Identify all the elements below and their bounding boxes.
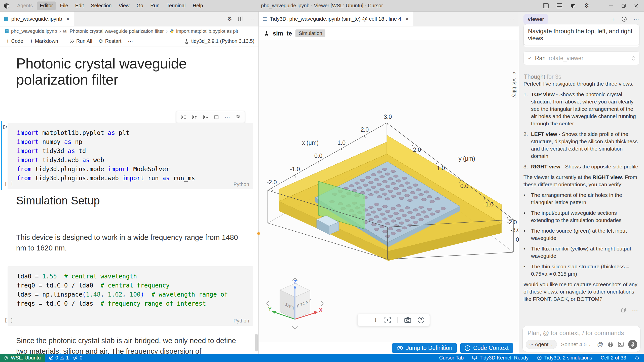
remote-indicator[interactable]: WSL: Ubuntu xyxy=(0,354,45,362)
scrollbar-thumb[interactable] xyxy=(255,334,258,351)
restore-icon[interactable] xyxy=(621,4,626,8)
toolbar-more-icon[interactable]: ⋯ xyxy=(126,38,135,44)
menu-help[interactable]: Help xyxy=(190,2,206,10)
voice-mic-button[interactable] xyxy=(628,340,637,349)
menu-terminal[interactable]: Terminal xyxy=(164,2,189,10)
fit-view-icon[interactable] xyxy=(384,317,391,323)
menu-run[interactable]: Run xyxy=(147,2,163,10)
toggle-sidebar-icon[interactable] xyxy=(543,3,549,8)
user-message-bubble[interactable]: Navigate through the top, left, and righ… xyxy=(523,24,639,45)
tab-phc-waveguide[interactable]: phc_waveguide.ipynb ✕ xyxy=(0,12,74,26)
breadcrumb-section[interactable]: Photonic crystal waveguide polarization … xyxy=(70,28,164,34)
zoom-in-icon[interactable]: + xyxy=(374,316,378,323)
cursor-tab-status[interactable]: Cursor Tab xyxy=(439,355,464,361)
notebook-settings-gear-icon[interactable]: ⚙ xyxy=(227,16,232,22)
minimize-icon[interactable] xyxy=(609,4,613,8)
tab-label: Tidy3D: phc_waveguide.ipynb (sim_te) @ c… xyxy=(270,16,401,22)
tidy3d-simulations-status[interactable]: Tidy3D: 2 simulations xyxy=(537,355,592,361)
add-code-button[interactable]: +Code xyxy=(4,38,25,44)
expand-icon[interactable] xyxy=(632,56,635,61)
problems-indicator[interactable]: 0 ⚠ 1 xyxy=(49,355,69,361)
kernel-status[interactable]: Tidy3D Kernel: Ready xyxy=(472,355,528,361)
svg-text:3.0: 3.0 xyxy=(384,114,392,120)
cell-code[interactable]: import matplotlib.pyplot as pltimport nu… xyxy=(17,128,195,183)
attach-image-icon[interactable] xyxy=(618,342,624,347)
history-clock-icon[interactable] xyxy=(621,16,627,22)
mention-icon[interactable]: @ xyxy=(597,341,603,348)
split-editor-icon[interactable] xyxy=(238,17,243,21)
notebook-content[interactable]: Photonic crystal waveguide polarization … xyxy=(0,47,258,354)
chat-bullet-item: •The flux monitor (yellow) at the right … xyxy=(523,245,640,260)
copy-icon[interactable] xyxy=(621,307,626,313)
cell-code[interactable]: lda0 = 1.55 # central wavelengthfreq0 = … xyxy=(17,272,228,308)
chat-input-box[interactable]: Plan, @ for context, / for commands ∞ Ag… xyxy=(522,326,640,352)
execute-cell-below-icon[interactable] xyxy=(203,115,208,120)
code-context-button[interactable]: i Code Context xyxy=(460,343,513,353)
menu-agents[interactable]: Agents xyxy=(14,2,36,10)
visibility-label: Visibility xyxy=(511,78,517,98)
jump-to-definition-button[interactable]: Jump to Definition xyxy=(392,343,457,353)
collapse-panel-icon[interactable]: « xyxy=(513,69,516,75)
cell-position-status[interactable]: Cell 2 of 33 xyxy=(601,355,626,361)
add-markdown-button[interactable]: +Markdown xyxy=(28,38,60,44)
simulation-name: sim_te xyxy=(273,30,292,37)
assistant-message: Perfect! I've navigated through the thre… xyxy=(523,80,640,306)
menu-file[interactable]: File xyxy=(57,2,71,10)
mode-selector[interactable]: ∞ Agent ⌄ xyxy=(526,340,557,349)
navigation-cube[interactable]: LEFT FRONT Z Y X xyxy=(266,276,324,334)
screenshot-camera-icon[interactable] xyxy=(404,317,411,323)
delete-cell-icon[interactable] xyxy=(236,115,240,120)
breadcrumb-cell[interactable]: import matplotlib.pyplot as plt xyxy=(176,28,238,34)
new-chat-icon[interactable]: + xyxy=(611,16,615,23)
restart-button[interactable]: ⟳Restart xyxy=(97,38,123,44)
breadcrumb-file[interactable]: phc_waveguide.ipynb xyxy=(11,28,57,34)
chat-more-actions-icon[interactable]: ⋯ xyxy=(633,16,639,22)
tool-call-card[interactable]: ✓ Ran rotate_viewer xyxy=(523,51,639,65)
viewer-more-actions-icon[interactable]: ⋯ xyxy=(509,16,515,22)
ai-chat-panel: viewer + ⋯ Navigate through the top, lef… xyxy=(519,12,644,354)
orbit-right-icon[interactable] xyxy=(321,301,323,306)
toggle-panel-icon[interactable] xyxy=(557,3,562,8)
zoom-out-icon[interactable]: − xyxy=(363,316,367,323)
cell-language-label[interactable]: Python xyxy=(234,182,249,187)
menu-editor[interactable]: Editor xyxy=(37,2,56,10)
chat-tab-viewer[interactable]: viewer xyxy=(523,14,548,24)
tab-close-icon[interactable]: ✕ xyxy=(66,16,70,22)
menu-view[interactable]: View xyxy=(116,2,133,10)
tab-tidy3d-viewer[interactable]: ☰ Tidy3D: phc_waveguide.ipynb (sim_te) @… xyxy=(259,12,413,26)
web-globe-icon[interactable] xyxy=(608,341,614,347)
menu-edit[interactable]: Edit xyxy=(72,2,87,10)
help-icon[interactable]: ? xyxy=(418,317,424,323)
svg-text:-1.0: -1.0 xyxy=(290,166,300,172)
execute-above-icon[interactable] xyxy=(181,115,186,120)
viewer-bottom-bar: Jump to Definition i Code Context xyxy=(259,342,519,354)
breadcrumb: phc_waveguide.ipynb › M↓ Photonic crysta… xyxy=(0,26,258,36)
run-all-button[interactable]: Run All xyxy=(67,38,94,44)
menu-go[interactable]: Go xyxy=(134,2,146,10)
execute-cell-above-icon[interactable] xyxy=(192,115,197,120)
tab-close-icon[interactable]: ✕ xyxy=(405,16,409,22)
cell-background[interactable]: import matplotlib.pyplot as pltimport nu… xyxy=(8,123,253,189)
message-more-icon[interactable]: ⋯ xyxy=(632,307,638,314)
thought-duration[interactable]: Thought for 3s xyxy=(524,74,561,80)
editor-more-actions-icon[interactable]: ⋯ xyxy=(249,16,254,22)
close-icon[interactable] xyxy=(634,4,638,8)
settings-gear-icon[interactable]: ⚙ xyxy=(584,2,589,9)
menu-selection[interactable]: Selection xyxy=(88,2,115,10)
notifications-bell-icon[interactable] xyxy=(635,355,639,360)
model-selector[interactable]: Sonnet 4.5 ⌄ xyxy=(561,341,591,347)
cell-background[interactable]: lda0 = 1.55 # central wavelengthfreq0 = … xyxy=(8,266,253,326)
cell-more-actions-icon[interactable]: ⋯ xyxy=(224,114,230,120)
orbit-left-icon[interactable] xyxy=(267,301,269,306)
orbit-down-icon[interactable] xyxy=(292,326,297,329)
split-cell-icon[interactable] xyxy=(214,115,219,120)
viewer-canvas[interactable]: x (μm) y (μm) -2.0 -1.0 0.0 1.0 2.0 3.0 … xyxy=(259,40,519,342)
kernel-selector[interactable]: tidy3d_2.9.1 (Python 3.13.5) xyxy=(184,38,254,44)
cursor-cube-icon[interactable] xyxy=(570,3,576,9)
warnings-icon: ⚠ xyxy=(60,355,64,361)
code-cell-imports[interactable]: ▷⌄ import matplotlib.pyplot as pltimport… xyxy=(0,123,255,189)
cell-language-label[interactable]: Python xyxy=(234,318,249,324)
ports-indicator[interactable]: 0 xyxy=(73,355,82,361)
code-cell-parameters[interactable]: lda0 = 1.55 # central wavelengthfreq0 = … xyxy=(0,266,255,326)
visibility-side-tab[interactable]: « Visibility xyxy=(511,69,517,98)
